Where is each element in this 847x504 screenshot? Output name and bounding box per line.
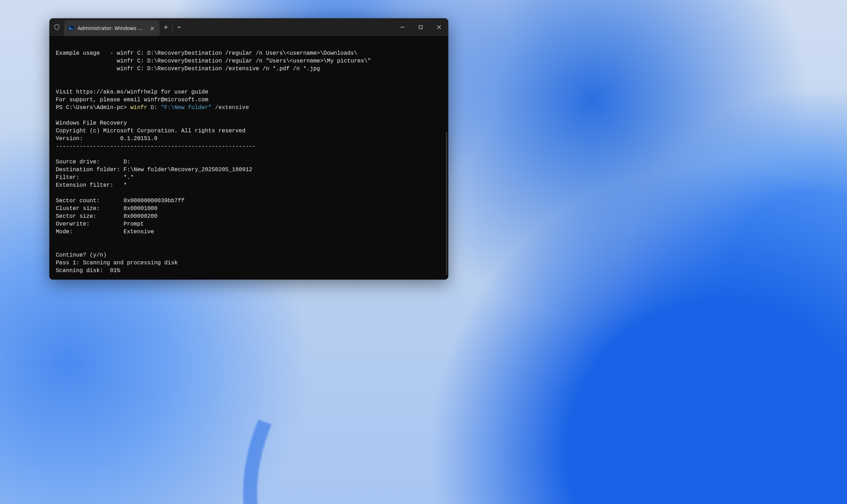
titlebar-drag-region[interactable]	[185, 18, 393, 36]
wfr-pass: Pass 1: Scanning and processing disk	[56, 260, 178, 266]
terminal-window: Administrator: Windows PowerShell Exampl…	[49, 18, 448, 280]
example-line-2: winfr C: D:\RecoveryDestination /regular…	[117, 58, 371, 64]
wfr-dest: Destination folder: F:\New folder\Recove…	[56, 167, 252, 173]
wfr-mode: Mode: Extensive	[56, 229, 154, 235]
wfr-overwrite: Overwrite: Prompt	[56, 221, 144, 227]
example-label: Example usage -	[56, 50, 117, 56]
close-button[interactable]	[430, 18, 448, 36]
wfr-source: Source drive: D:	[56, 159, 130, 165]
wfr-copyright: Copyright (c) Microsoft Corporation. All…	[56, 128, 246, 134]
wfr-continue: Continue? (y/n)	[56, 252, 107, 258]
help-line: Visit https://aka.ms/winfrhelp for user …	[56, 89, 208, 95]
tab-powershell[interactable]: Administrator: Windows PowerShell	[64, 20, 160, 36]
minimize-button[interactable]	[393, 18, 412, 36]
close-icon	[150, 26, 154, 30]
close-icon	[437, 25, 441, 29]
tab-title: Administrator: Windows PowerShell	[78, 25, 145, 31]
example-line-3: winfr C: D:\RecoveryDestination /extensi…	[117, 66, 320, 72]
prompt-args: D:	[147, 104, 161, 111]
wfr-filter: Filter: *.*	[56, 174, 134, 181]
support-line: For support, please email winfr@microsof…	[56, 97, 208, 103]
scrollbar[interactable]	[446, 132, 447, 275]
tab-close-button[interactable]	[148, 24, 156, 32]
prompt-command: winfr	[130, 104, 147, 111]
prompt-ps: PS C:\Users\Admin-pc>	[56, 104, 130, 111]
titlebar[interactable]: Administrator: Windows PowerShell	[49, 18, 448, 36]
wfr-scan: Scanning disk: 01%	[56, 268, 120, 274]
maximize-button[interactable]	[412, 18, 430, 36]
powershell-icon	[68, 25, 74, 31]
tab-dropdown-button[interactable]	[173, 18, 185, 36]
prompt-string-arg: "F:\New folder"	[161, 104, 212, 111]
wfr-ext: Extension filter: *	[56, 182, 127, 188]
example-line-1: winfr C: D:\RecoveryDestination /regular…	[117, 50, 358, 56]
wfr-cluster: Cluster size: 0x00001000	[56, 205, 157, 212]
svg-rect-0	[68, 26, 74, 31]
wfr-sector: Sector size: 0x00000200	[56, 213, 157, 220]
terminal-viewport[interactable]: Example usage - winfr C: D:\RecoveryDest…	[49, 36, 448, 280]
wfr-version: Version: 0.1.20151.0	[56, 136, 157, 142]
wfr-sector-count: Sector count: 0x00000000039bb7ff	[56, 198, 185, 204]
shield-icon	[49, 18, 64, 36]
minimize-icon	[400, 25, 404, 29]
chevron-down-icon	[177, 25, 181, 29]
prompt-flag: /extensive	[212, 104, 249, 111]
window-controls	[393, 18, 448, 36]
maximize-icon	[419, 25, 423, 29]
wfr-hr: ----------------------------------------…	[56, 143, 256, 150]
svg-rect-1	[419, 26, 422, 29]
wfr-title: Windows File Recovery	[56, 120, 127, 126]
new-tab-button[interactable]	[160, 18, 172, 36]
plus-icon	[163, 25, 168, 30]
